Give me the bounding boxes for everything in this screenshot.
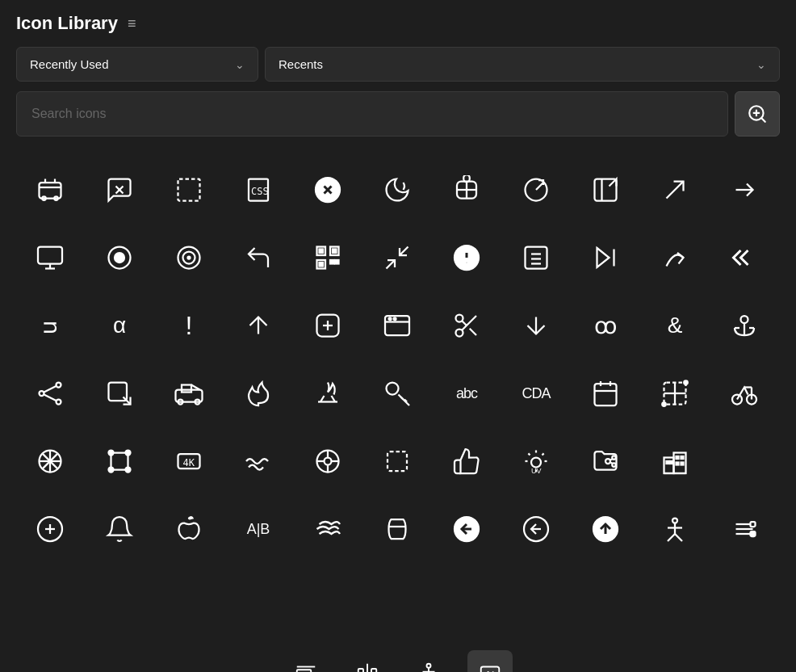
- bottom-id-icon[interactable]: Id: [467, 650, 513, 672]
- dropdown2-arrow: ⌄: [756, 58, 766, 71]
- icon-plus[interactable]: [16, 495, 84, 563]
- icon-bounding-box[interactable]: [86, 427, 153, 495]
- icon-exclamation[interactable]: !: [155, 292, 223, 359]
- icon-chevron-left[interactable]: [710, 224, 778, 292]
- icon-bell[interactable]: [86, 495, 153, 563]
- icon-import[interactable]: [572, 156, 639, 224]
- svg-text:CSS: CSS: [251, 186, 269, 197]
- svg-rect-4: [40, 183, 61, 199]
- icon-folder-share[interactable]: [572, 427, 639, 495]
- icon-wind[interactable]: [294, 495, 362, 563]
- svg-rect-139: [681, 456, 684, 459]
- icon-uv[interactable]: UV: [502, 427, 570, 495]
- icon-selection2[interactable]: [363, 427, 431, 495]
- bottom-distribute-icon[interactable]: [345, 650, 390, 672]
- bottom-toolbar: Id: [0, 637, 796, 672]
- svg-text:Id: Id: [485, 669, 494, 672]
- icon-browser[interactable]: [363, 292, 431, 359]
- icon-city[interactable]: [641, 427, 709, 495]
- icon-target[interactable]: [502, 156, 570, 224]
- icon-brain[interactable]: [433, 156, 501, 224]
- svg-rect-168: [358, 669, 363, 672]
- icon-bicycle[interactable]: [710, 359, 778, 427]
- icon-share[interactable]: [16, 359, 84, 427]
- icon-app-store[interactable]: [294, 292, 362, 359]
- icon-crop[interactable]: [641, 359, 709, 427]
- svg-point-108: [109, 451, 114, 456]
- svg-line-41: [387, 260, 396, 269]
- recently-used-label: Recently Used: [30, 57, 109, 71]
- icon-record[interactable]: [86, 224, 153, 292]
- icon-alpha[interactable]: α: [86, 292, 153, 359]
- svg-rect-89: [595, 384, 617, 405]
- icon-curve-arrow[interactable]: [641, 224, 709, 292]
- icon-arrow-up[interactable]: [224, 292, 292, 359]
- svg-rect-162: [751, 531, 756, 536]
- svg-rect-107: [111, 453, 128, 470]
- icon-omega[interactable]: ꝏ: [572, 292, 639, 359]
- icon-monitor[interactable]: [16, 224, 84, 292]
- icon-4k[interactable]: 4K: [155, 427, 223, 495]
- svg-point-32: [188, 257, 191, 259]
- icon-hebrew[interactable]: ᴝ: [16, 292, 84, 359]
- icon-empty[interactable]: [710, 427, 778, 495]
- icon-lines[interactable]: [710, 495, 778, 563]
- icon-anchor[interactable]: [710, 292, 778, 359]
- icon-text-cda[interactable]: CDA: [502, 359, 570, 427]
- icon-bucket[interactable]: [363, 495, 431, 563]
- icon-arrow-down[interactable]: [502, 292, 570, 359]
- icon-bus[interactable]: [16, 156, 84, 224]
- icon-arrow-circle-left[interactable]: [433, 495, 501, 563]
- icon-calendar[interactable]: [572, 359, 639, 427]
- svg-point-111: [126, 468, 131, 472]
- icon-fire-truck[interactable]: [155, 359, 223, 427]
- svg-point-58: [389, 317, 392, 320]
- search-button[interactable]: [735, 91, 780, 136]
- svg-rect-38: [320, 262, 324, 267]
- svg-line-156: [668, 534, 675, 541]
- icon-qr[interactable]: [294, 224, 362, 292]
- icon-alert[interactable]: [433, 224, 501, 292]
- icon-list[interactable]: [502, 224, 570, 292]
- icon-target2[interactable]: [155, 224, 223, 292]
- icon-thumbsup[interactable]: [433, 427, 501, 495]
- icon-skip-forward[interactable]: [572, 224, 639, 292]
- svg-point-71: [57, 383, 61, 388]
- icon-arrow-right[interactable]: [710, 156, 778, 224]
- menu-icon[interactable]: ≡: [128, 15, 136, 32]
- icon-collapse[interactable]: [363, 224, 431, 292]
- icon-waves[interactable]: [224, 427, 292, 495]
- search-input[interactable]: [16, 91, 728, 136]
- icon-aperture[interactable]: [16, 427, 84, 495]
- search-row: [0, 91, 796, 149]
- icon-moon[interactable]: [363, 156, 431, 224]
- svg-point-60: [456, 315, 463, 322]
- bottom-align-icon[interactable]: [283, 650, 329, 672]
- icon-person[interactable]: [641, 495, 709, 563]
- icon-fire[interactable]: [224, 359, 292, 427]
- icon-message-x2[interactable]: [294, 156, 362, 224]
- icon-arrow-circle-left2[interactable]: [502, 495, 570, 563]
- icon-selection[interactable]: [155, 156, 223, 224]
- icon-undo[interactable]: [224, 224, 292, 292]
- icon-campfire[interactable]: [294, 359, 362, 427]
- icon-arrow-circle-up[interactable]: [572, 495, 639, 563]
- icon-empty2[interactable]: [16, 563, 84, 631]
- recently-used-dropdown[interactable]: Recently Used ⌄: [16, 47, 258, 82]
- icon-ampersand[interactable]: &: [641, 292, 709, 359]
- icon-text-abc[interactable]: abc: [433, 359, 501, 427]
- icon-key[interactable]: [363, 359, 431, 427]
- recents-dropdown[interactable]: Recents ⌄: [265, 47, 780, 82]
- icon-message-x[interactable]: [86, 156, 153, 224]
- icon-arrow-diagonal[interactable]: [641, 156, 709, 224]
- icon-css[interactable]: CSS: [224, 156, 292, 224]
- svg-point-115: [325, 458, 332, 465]
- icon-scissors[interactable]: [433, 292, 501, 359]
- icon-resize-down[interactable]: [86, 359, 153, 427]
- svg-point-85: [387, 383, 399, 395]
- svg-point-72: [57, 400, 61, 405]
- icon-ab[interactable]: A|B: [224, 495, 292, 563]
- icon-apple[interactable]: [155, 495, 223, 563]
- icon-wheel[interactable]: [294, 427, 362, 495]
- bottom-person-icon[interactable]: [406, 650, 451, 672]
